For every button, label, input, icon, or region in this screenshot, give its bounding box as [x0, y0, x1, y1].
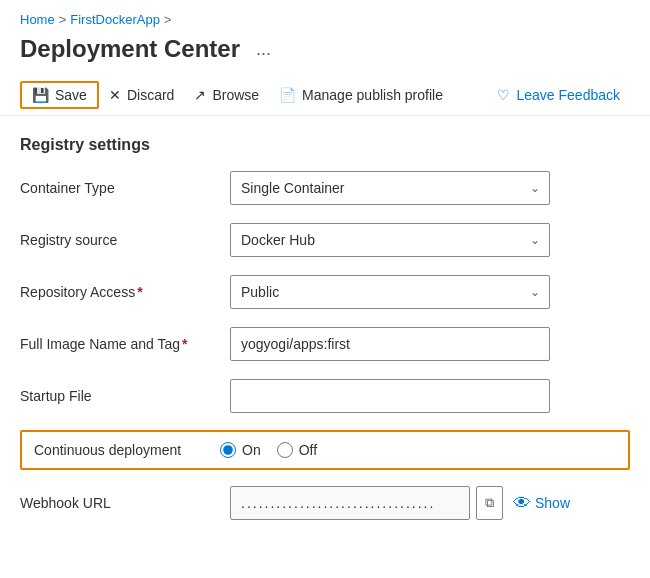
page-title: Deployment Center — [20, 35, 240, 63]
container-type-row: Container Type Single Container Docker C… — [20, 170, 630, 206]
manage-icon: 📄 — [279, 87, 296, 103]
radio-off-input[interactable] — [277, 442, 293, 458]
discard-icon: ✕ — [109, 87, 121, 103]
registry-source-row: Registry source Docker Hub Azure Contain… — [20, 222, 630, 258]
webhook-url-label: Webhook URL — [20, 495, 230, 511]
registry-source-select[interactable]: Docker Hub Azure Container Registry Priv… — [230, 223, 550, 257]
page-title-row: Deployment Center ... — [0, 31, 650, 75]
breadcrumb-app[interactable]: FirstDockerApp — [70, 12, 160, 27]
content-area: Registry settings Container Type Single … — [0, 116, 650, 556]
webhook-url-row: Webhook URL ⧉ 👁 Show — [20, 486, 630, 520]
registry-source-control: Docker Hub Azure Container Registry Priv… — [230, 223, 630, 257]
startup-file-row: Startup File — [20, 378, 630, 414]
webhook-input-wrapper: ⧉ 👁 Show — [230, 486, 574, 520]
repository-access-row: Repository Access * Public Private ⌄ — [20, 274, 630, 310]
required-star: * — [137, 284, 142, 300]
show-button[interactable]: 👁 Show — [509, 493, 574, 514]
full-image-input[interactable] — [230, 327, 550, 361]
browse-icon: ↗ — [194, 87, 206, 103]
startup-file-label: Startup File — [20, 388, 230, 404]
radio-off-label: Off — [299, 442, 317, 458]
manage-publish-button[interactable]: 📄 Manage publish profile — [269, 81, 453, 109]
full-image-label: Full Image Name and Tag * — [20, 336, 230, 352]
save-icon: 💾 — [32, 87, 49, 103]
save-button[interactable]: 💾 Save — [20, 81, 99, 109]
full-image-control — [230, 327, 630, 361]
container-type-select-wrapper: Single Container Docker Compose (Preview… — [230, 171, 550, 205]
repository-access-select-wrapper: Public Private ⌄ — [230, 275, 550, 309]
required-star-image: * — [182, 336, 187, 352]
breadcrumb-home[interactable]: Home — [20, 12, 55, 27]
repository-access-select[interactable]: Public Private — [230, 275, 550, 309]
radio-on-option[interactable]: On — [220, 442, 261, 458]
registry-source-label: Registry source — [20, 232, 230, 248]
startup-file-control — [230, 379, 630, 413]
continuous-deployment-radio-group: On Off — [220, 442, 317, 458]
breadcrumb: Home > FirstDockerApp > — [0, 0, 650, 31]
continuous-deployment-row: Continuous deployment On Off — [20, 430, 630, 470]
container-type-control: Single Container Docker Compose (Preview… — [230, 171, 630, 205]
breadcrumb-sep2: > — [164, 12, 172, 27]
registry-source-select-wrapper: Docker Hub Azure Container Registry Priv… — [230, 223, 550, 257]
eye-icon: 👁 — [513, 493, 531, 514]
copy-icon: ⧉ — [485, 495, 494, 511]
ellipsis-button[interactable]: ... — [250, 37, 277, 62]
browse-button[interactable]: ↗ Browse — [184, 81, 269, 109]
feedback-button[interactable]: ♡ Leave Feedback — [487, 81, 630, 109]
repository-access-control: Public Private ⌄ — [230, 275, 630, 309]
container-type-label: Container Type — [20, 180, 230, 196]
radio-off-option[interactable]: Off — [277, 442, 317, 458]
radio-on-label: On — [242, 442, 261, 458]
heart-icon: ♡ — [497, 87, 510, 103]
discard-button[interactable]: ✕ Discard — [99, 81, 184, 109]
toolbar: 💾 Save ✕ Discard ↗ Browse 📄 Manage publi… — [0, 75, 650, 116]
breadcrumb-sep1: > — [59, 12, 67, 27]
startup-file-input[interactable] — [230, 379, 550, 413]
section-title: Registry settings — [20, 136, 630, 154]
full-image-row: Full Image Name and Tag * — [20, 326, 630, 362]
repository-access-label: Repository Access * — [20, 284, 230, 300]
radio-on-input[interactable] — [220, 442, 236, 458]
continuous-deployment-label: Continuous deployment — [34, 442, 220, 458]
webhook-url-input[interactable] — [230, 486, 470, 520]
copy-button[interactable]: ⧉ — [476, 486, 503, 520]
container-type-select[interactable]: Single Container Docker Compose (Preview… — [230, 171, 550, 205]
